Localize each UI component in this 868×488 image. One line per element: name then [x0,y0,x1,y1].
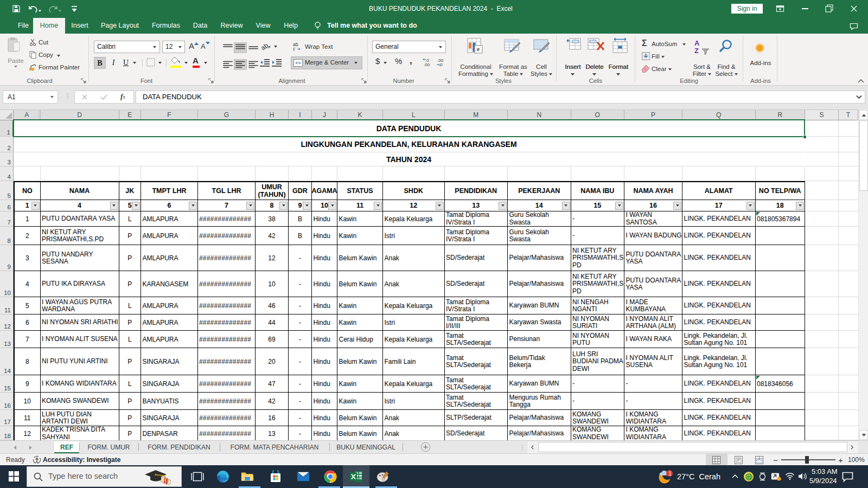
svg-text:ab: ab [260,41,270,52]
svg-text:Z: Z [694,47,699,55]
svg-text:≠: ≠ [476,46,480,53]
svg-text:1: 1 [668,471,672,477]
svg-text:A: A [694,39,700,47]
svg-text:.00: .00 [424,62,430,67]
